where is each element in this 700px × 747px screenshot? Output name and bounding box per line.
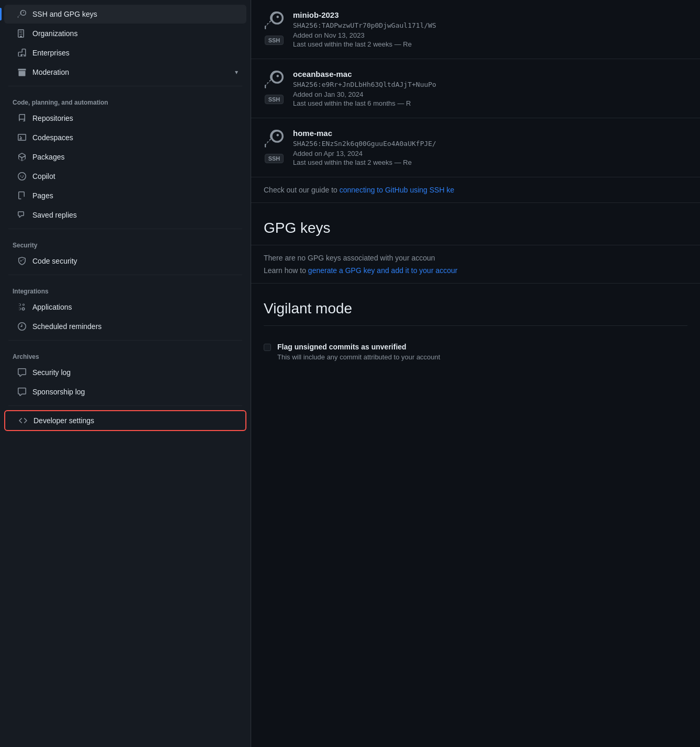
sidebar-item-sponsorship-log[interactable]: Sponsorship log xyxy=(4,382,246,401)
org-icon xyxy=(17,28,27,39)
sidebar-item-pages[interactable]: Pages xyxy=(4,186,246,205)
sidebar-item-applications-label: Applications xyxy=(32,303,238,311)
ssh-key-icon-wrap-1: SSH xyxy=(264,70,285,104)
vigilant-option-text: Flag unsigned commits as unverified This… xyxy=(277,343,687,361)
ssh-entry-last-used-1: Last used within the last 6 months — R xyxy=(293,99,687,107)
sidebar-item-saved-replies[interactable]: Saved replies xyxy=(4,206,246,224)
ssh-key-icon-wrap-2: SSH xyxy=(264,129,285,163)
sidebar-divider-1 xyxy=(8,86,242,86)
sidebar-item-sponsorship-log-label: Sponsorship log xyxy=(32,388,238,396)
section-label-code: Code, planning, and automation xyxy=(0,90,251,108)
guide-static-text: Check out our guide to xyxy=(264,186,340,194)
copilot-icon xyxy=(17,171,27,182)
sidebar-item-developer-settings[interactable]: Developer settings xyxy=(4,410,246,431)
packages-icon xyxy=(17,152,27,162)
ssh-entry-2: SSH home-mac SHA256:ENzSn2k6q00GguuEo4A0… xyxy=(251,118,700,177)
section-label-integrations: Integrations xyxy=(0,279,251,297)
sidebar-item-applications[interactable]: Applications xyxy=(4,298,246,316)
vigilant-option-label: Flag unsigned commits as unverified xyxy=(277,343,687,351)
ssh-entry-hash-2: SHA256:ENzSn2k6q00GguuEo4A0aUKfPJE/ xyxy=(293,140,659,148)
vigilant-option: Flag unsigned commits as unverified This… xyxy=(264,334,687,361)
sidebar-divider-3 xyxy=(8,275,242,275)
ssh-entry-hash-1: SHA256:e9Rr+JnDLbHh63QltdAJjT+NuuPo xyxy=(293,81,659,88)
moderation-icon xyxy=(17,67,27,77)
main-content: SSH miniob-2023 SHA256:TADPwzwUTr70p0Djw… xyxy=(251,0,700,747)
enterprise-icon xyxy=(17,48,27,58)
ssh-key-icon-0 xyxy=(264,10,285,31)
chevron-down-icon: ▾ xyxy=(235,69,238,76)
sidebar-item-scheduled-reminders[interactable]: Scheduled reminders xyxy=(4,317,246,336)
sidebar-item-developer-settings-label: Developer settings xyxy=(33,416,237,425)
guide-text: Check out our guide to connecting to Git… xyxy=(251,177,700,203)
sidebar-item-packages[interactable]: Packages xyxy=(4,148,246,166)
log-icon2 xyxy=(17,387,27,397)
gpg-no-keys-paragraph: There are no GPG keys associated with yo… xyxy=(264,254,687,262)
code-icon xyxy=(18,415,28,426)
ssh-key-icon-1 xyxy=(264,70,285,90)
guide-link-text[interactable]: connecting to GitHub using SSH ke xyxy=(340,186,454,194)
sidebar-item-pages-label: Pages xyxy=(32,191,238,200)
sidebar-divider-5 xyxy=(8,405,242,406)
sidebar-item-repositories[interactable]: Repositories xyxy=(4,109,246,128)
ssh-entry-name-2: home-mac xyxy=(293,129,687,138)
sidebar-nav: SSH and GPG keys Organizations Enterpris… xyxy=(0,0,251,439)
sidebar-item-ssh-gpg-keys-label: SSH and GPG keys xyxy=(32,10,238,18)
sidebar-item-copilot[interactable]: Copilot xyxy=(4,167,246,186)
section-label-security: Security xyxy=(0,233,251,251)
sidebar-item-repositories-label: Repositories xyxy=(32,114,238,122)
sidebar-item-enterprises[interactable]: Enterprises xyxy=(4,43,246,62)
sidebar-item-packages-label: Packages xyxy=(32,153,238,161)
sidebar-divider-4 xyxy=(8,340,242,341)
ssh-badge-1: SSH xyxy=(265,95,284,104)
sidebar-item-security-log[interactable]: Security log xyxy=(4,363,246,382)
codespaces-icon xyxy=(17,132,27,143)
sidebar-item-saved-replies-label: Saved replies xyxy=(32,211,238,219)
sidebar-item-scheduled-reminders-label: Scheduled reminders xyxy=(32,322,238,331)
sidebar-item-codespaces-label: Codespaces xyxy=(32,133,238,142)
sidebar-item-organizations-label: Organizations xyxy=(32,29,238,38)
ssh-entry-name-1: oceanbase-mac xyxy=(293,70,687,78)
sidebar-item-ssh-gpg-keys[interactable]: SSH and GPG keys xyxy=(4,5,246,24)
section-label-archives: Archives xyxy=(0,345,251,363)
ssh-entry-last-used-0: Last used within the last 2 weeks — Re xyxy=(293,40,687,48)
sidebar-divider-2 xyxy=(8,229,242,229)
ssh-entry-1: SSH oceanbase-mac SHA256:e9Rr+JnDLbHh63Q… xyxy=(251,59,700,118)
pages-icon xyxy=(17,190,27,201)
vigilant-heading: Vigilant mode xyxy=(264,300,687,326)
repo-icon xyxy=(17,113,27,123)
ssh-entry-hash-0: SHA256:TADPwzwUTr70p0DjwGaul171l/WS xyxy=(293,21,659,29)
log-icon xyxy=(17,367,27,378)
sidebar-item-code-security-label: Code security xyxy=(32,257,238,265)
ssh-entry-details-2: home-mac SHA256:ENzSn2k6q00GguuEo4A0aUKf… xyxy=(293,129,687,166)
sidebar-item-enterprises-label: Enterprises xyxy=(32,49,238,57)
ssh-entry-0: SSH miniob-2023 SHA256:TADPwzwUTr70p0Djw… xyxy=(251,0,700,59)
gpg-learn-static: Learn how to xyxy=(264,266,308,275)
sidebar-item-moderation-label: Moderation xyxy=(32,68,230,76)
apps-icon xyxy=(17,302,27,312)
ssh-key-icon-2 xyxy=(264,129,285,150)
sidebar-item-security-log-label: Security log xyxy=(32,368,238,377)
vigilant-checkbox[interactable] xyxy=(264,344,271,351)
gpg-learn-link[interactable]: generate a GPG key and add it to your ac… xyxy=(308,266,458,275)
sidebar: SSH and GPG keys Organizations Enterpris… xyxy=(0,0,251,747)
ssh-entry-details-0: miniob-2023 SHA256:TADPwzwUTr70p0DjwGaul… xyxy=(293,10,687,48)
vigilant-section: Vigilant mode Flag unsigned commits as u… xyxy=(251,284,700,369)
ssh-badge-0: SSH xyxy=(265,36,284,45)
gpg-learn-text: Learn how to generate a GPG key and add … xyxy=(264,266,687,275)
gpg-no-keys-text: There are no GPG keys associated with yo… xyxy=(251,245,700,284)
ssh-key-icon-wrap-0: SSH xyxy=(264,10,285,45)
ssh-entry-last-used-2: Last used within the last 2 weeks — Re xyxy=(293,159,687,166)
saved-replies-icon xyxy=(17,210,27,220)
clock-icon xyxy=(17,321,27,332)
key-icon xyxy=(17,9,27,19)
gpg-keys-heading: GPG keys xyxy=(251,203,700,245)
sidebar-item-codespaces[interactable]: Codespaces xyxy=(4,128,246,147)
sidebar-item-copilot-label: Copilot xyxy=(32,172,238,180)
sidebar-item-organizations[interactable]: Organizations xyxy=(4,24,246,43)
shield-icon xyxy=(17,256,27,266)
vigilant-option-desc: This will include any commit attributed … xyxy=(277,353,687,361)
sidebar-item-code-security[interactable]: Code security xyxy=(4,252,246,270)
ssh-entry-added-0: Added on Nov 13, 2023 xyxy=(293,31,687,39)
ssh-entry-added-2: Added on Apr 13, 2024 xyxy=(293,150,687,157)
sidebar-item-moderation[interactable]: Moderation ▾ xyxy=(4,63,246,82)
